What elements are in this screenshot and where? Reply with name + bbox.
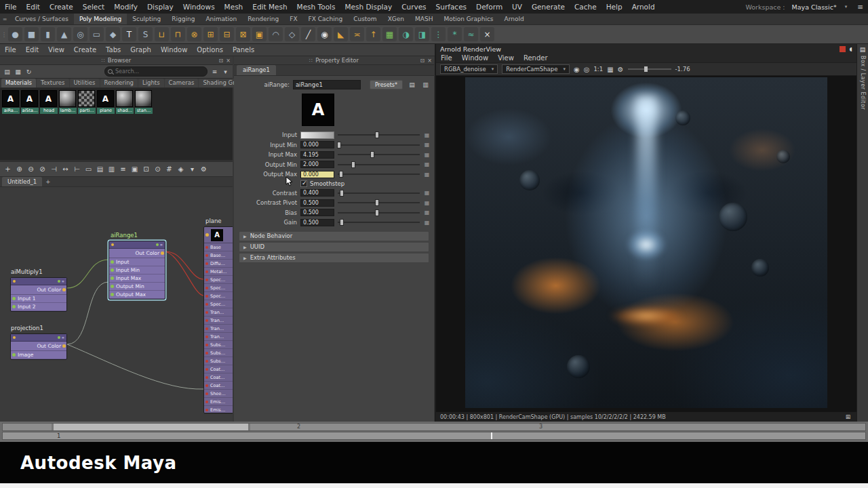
poly-sphere-icon[interactable]: ● [8, 27, 22, 41]
poly-cone-icon[interactable]: ▲ [57, 27, 71, 41]
node-airange1[interactable]: ≡ Out Color InputInput MinInput MaxOutpu… [108, 241, 165, 300]
sort-swatches-icon[interactable]: ▤ [3, 67, 12, 76]
collapsed-section[interactable]: ▶ Extra Attributes [239, 253, 429, 262]
shelf-tab[interactable]: Animation [200, 14, 242, 24]
node-menu-icon[interactable]: ≡ [62, 279, 64, 283]
exposure-slider[interactable] [628, 65, 671, 73]
node-attr-row[interactable]: Diffu… [204, 260, 233, 268]
attr-value-field[interactable]: 0.000 [300, 141, 334, 148]
node-projection1[interactable]: ≡ Out Color Image [10, 333, 67, 360]
hypershade-menu-item[interactable]: Create [69, 44, 101, 56]
attr-slider[interactable] [338, 150, 420, 159]
input-port[interactable] [205, 233, 209, 237]
hypershade-menu-item[interactable]: View [43, 44, 69, 56]
input-port[interactable] [205, 352, 208, 354]
menu-item[interactable]: Deform [471, 0, 507, 14]
node-attr-row[interactable]: Emis… [204, 406, 233, 414]
menu-item[interactable]: UV [507, 0, 527, 14]
input-port[interactable] [111, 285, 114, 288]
input-port[interactable] [205, 392, 208, 395]
multi-cut-icon[interactable]: ╱ [301, 27, 315, 41]
panel-drag-icon[interactable]: ∷ [309, 58, 313, 64]
input-port[interactable] [205, 254, 208, 257]
new-graph-tab-button[interactable]: + [42, 177, 54, 186]
node-input-row[interactable]: Input Min [109, 266, 165, 274]
snapshot-icon[interactable]: ◉ [574, 66, 580, 73]
node-input-row[interactable]: Output Min [109, 283, 165, 291]
input-port[interactable] [12, 297, 16, 300]
create-node-icon[interactable]: + [3, 164, 13, 175]
close-panel-icon[interactable]: × [427, 56, 432, 65]
input-port[interactable] [205, 360, 208, 363]
refresh-swatches-icon[interactable]: ↻ [24, 67, 33, 76]
graph-tab[interactable]: Untitled_1 [2, 177, 42, 186]
connection-wire[interactable] [165, 251, 203, 296]
renderview-menu-item[interactable]: Window [457, 54, 493, 62]
show-attributes-icon[interactable]: ▤ [408, 81, 416, 89]
menu-item[interactable]: Curves [397, 0, 431, 14]
input-port[interactable] [205, 279, 208, 281]
menu-item[interactable]: Edit [22, 0, 45, 14]
quad-draw-icon[interactable]: ▦ [382, 27, 397, 41]
mirror-icon[interactable]: ◑ [399, 27, 413, 41]
boolean-union-icon[interactable]: ⊔ [155, 27, 169, 41]
material-swatch[interactable]: lamb… [59, 90, 77, 114]
material-swatch[interactable]: plane [97, 90, 115, 114]
record-icon[interactable] [840, 46, 846, 52]
time-slider[interactable]: 1 [2, 432, 866, 440]
input-connections-icon[interactable]: ⊣ [49, 164, 59, 175]
shelf-tab[interactable]: XGen [382, 14, 410, 24]
shelf-tab[interactable]: Arnold [499, 14, 530, 24]
menu-item[interactable]: Edit Mesh [248, 0, 292, 14]
node-input-row[interactable]: Output Max [109, 291, 165, 299]
expand-icon[interactable]: ⊞ [844, 413, 852, 422]
connection-wire[interactable] [165, 251, 203, 279]
attr-value-field[interactable]: 0.500 [300, 209, 334, 216]
input-port[interactable] [111, 260, 114, 264]
all-connections-icon[interactable]: ↔ [60, 164, 71, 175]
input-port[interactable] [111, 277, 114, 280]
node-attr-row[interactable]: Subs… [204, 349, 233, 357]
browser-tab[interactable]: Materials [1, 79, 36, 87]
filter-icon[interactable]: ≡ [210, 67, 219, 76]
range-slider-handle[interactable] [52, 424, 250, 430]
node-menu-icon[interactable]: ≡ [160, 243, 163, 247]
collapsed-section[interactable]: ▶ Node Behavior [239, 232, 429, 241]
search-input[interactable] [105, 68, 207, 75]
frame-selected-icon[interactable]: ⊡ [141, 164, 151, 175]
node-attr-row[interactable]: Tran… [204, 333, 233, 341]
slider-handle[interactable] [340, 219, 344, 226]
shelf-tab[interactable]: Sculpting [127, 14, 166, 24]
workspace-menu-icon[interactable]: ≡ [852, 0, 868, 14]
reduce-mesh-icon[interactable]: ◇ [285, 27, 299, 41]
node-graph-canvas[interactable]: aiRange1 ≡ Out Color InputInput MinInput… [0, 187, 233, 422]
node-attr-row[interactable]: Emis… [204, 398, 233, 406]
pinch-brush-icon[interactable]: × [480, 27, 494, 41]
shelf-tab[interactable]: Custom [348, 14, 382, 24]
menu-item[interactable]: Mesh Display [340, 0, 397, 14]
input-port[interactable] [205, 295, 208, 298]
bridge-icon[interactable]: ≍ [350, 27, 364, 41]
shelf-tab[interactable]: Motion Graphics [438, 14, 498, 24]
range-slider[interactable]: 2 3 [2, 423, 866, 431]
attr-slider[interactable] [338, 218, 420, 226]
attr-value-field[interactable]: 0.000 [300, 171, 334, 178]
node-input-row[interactable]: Image [11, 351, 66, 359]
input-port[interactable] [205, 384, 208, 387]
node-attr-row[interactable]: Metal… [204, 268, 233, 276]
node-input-row[interactable]: Input Max [109, 274, 165, 283]
swatch-size-icon[interactable]: ▦ [14, 67, 22, 76]
map-button-icon[interactable]: ▦ [423, 152, 431, 158]
node-attr-row[interactable]: Tran… [204, 325, 233, 333]
material-swatch[interactable]: shad… [116, 90, 134, 114]
poly-platonic-icon[interactable]: ◆ [106, 27, 120, 41]
compare-icon[interactable]: ◎ [584, 66, 590, 73]
node-attr-row[interactable]: Shee… [204, 390, 233, 398]
options-icon[interactable]: ⚙ [199, 164, 209, 175]
hypershade-menu-item[interactable]: Panels [228, 44, 259, 56]
sidebar-tab-channelbox[interactable]: Box / Layer Editor [860, 56, 866, 110]
slider-handle[interactable] [375, 131, 379, 138]
menu-item[interactable]: Create [45, 0, 78, 14]
panel-drag-icon[interactable]: ∷ [102, 58, 105, 64]
attr-value-field[interactable] [300, 131, 334, 139]
